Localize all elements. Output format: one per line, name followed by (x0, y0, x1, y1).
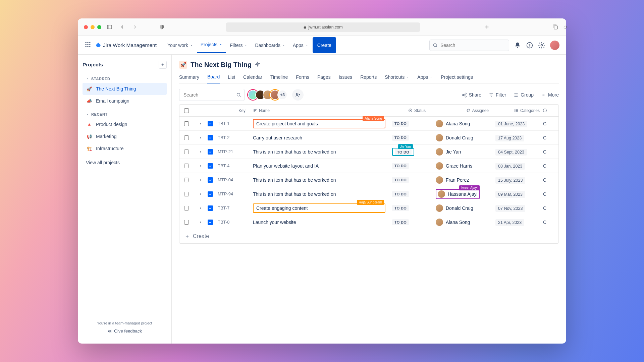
table-row[interactable]: TBT-8 Launch your website TO DO Alana So… (179, 215, 558, 229)
issue-status[interactable]: TO DO (389, 135, 436, 141)
more-button[interactable]: More (541, 92, 559, 98)
table-row[interactable]: TBT-2 Carry out user research TO DO Dona… (179, 131, 558, 145)
nav-your-work[interactable]: Your work (164, 37, 197, 53)
user-avatar[interactable] (550, 41, 559, 50)
sidebar-item-emailcampaign[interactable]: 📣Email campaign (83, 95, 167, 107)
feedback-link[interactable]: Give feedback (83, 328, 167, 334)
col-key[interactable]: Key (218, 108, 253, 113)
traffic-lights[interactable] (84, 25, 101, 29)
table-row[interactable]: TBT-1 Create project brief and goalsAlan… (179, 117, 558, 131)
tabs-icon[interactable] (551, 24, 560, 31)
nav-dashboards[interactable]: Dashboards (252, 37, 289, 53)
settings-icon[interactable] (538, 42, 545, 49)
app-switcher-icon[interactable] (85, 41, 93, 49)
expand-row[interactable] (194, 164, 208, 168)
issue-status[interactable]: TO DO (389, 177, 436, 183)
table-row[interactable]: TBT-7 Create engaging contentRaja Sundar… (179, 201, 558, 215)
tab-issues[interactable]: Issues (339, 71, 352, 83)
issue-assignee[interactable]: Alana Song (436, 219, 493, 226)
board-search-input[interactable] (179, 89, 245, 101)
sidebar-item-productdesign[interactable]: 🔺Product design (83, 118, 167, 130)
issue-name[interactable]: Create project brief and goalsAlana Song (253, 119, 389, 128)
sidebar-toggle-icon[interactable] (105, 24, 114, 31)
new-tab-icon[interactable] (482, 24, 491, 31)
col-name[interactable]: Name (253, 108, 389, 113)
notifications-icon[interactable] (514, 42, 521, 49)
expand-row[interactable] (194, 206, 208, 210)
presence-avatars[interactable]: +3 (248, 90, 287, 100)
address-bar[interactable]: jwm.atlassian.com (226, 22, 420, 32)
expand-row[interactable] (194, 221, 208, 224)
select-all-checkbox[interactable] (184, 108, 189, 113)
table-row[interactable]: TBT-4 Plan your website layout and IA TO… (179, 159, 558, 173)
reload-icon[interactable] (564, 25, 566, 29)
recent-section[interactable]: RECENT (86, 112, 167, 116)
tab-project-settings[interactable]: Project settings (441, 71, 473, 83)
tab-calendar[interactable]: Calendar (243, 71, 262, 83)
expand-row[interactable] (194, 150, 208, 154)
tab-apps[interactable]: Apps (417, 71, 433, 83)
add-people-button[interactable] (292, 89, 304, 101)
issue-assignee[interactable]: Hassana AjayiIvana Ajayi (436, 189, 493, 199)
tab-pages[interactable]: Pages (317, 71, 331, 83)
tab-list[interactable]: List (228, 71, 235, 83)
table-row[interactable]: MTP-04 This is an item that has to be wo… (179, 173, 558, 187)
row-checkbox[interactable] (184, 121, 189, 126)
issue-key[interactable]: TBT-8 (218, 220, 253, 225)
issue-name[interactable]: Carry out user research (253, 135, 389, 140)
issue-assignee[interactable]: Jie Yan (436, 148, 493, 156)
privacy-shield-icon[interactable] (157, 24, 166, 31)
starred-section[interactable]: STARRED (86, 77, 167, 81)
jira-logo[interactable]: Jira Work Management (95, 42, 157, 48)
issue-key[interactable]: MTP-04 (218, 177, 253, 182)
tab-summary[interactable]: Summary (179, 71, 199, 83)
issue-status[interactable]: TO DO (389, 121, 436, 127)
automation-icon[interactable] (255, 61, 260, 68)
tab-reports[interactable]: Reports (360, 71, 377, 83)
table-row[interactable]: MTP-21 This is an item that has to be wo… (179, 145, 558, 159)
issue-name[interactable]: Plan your website layout and IA (253, 163, 389, 169)
board-search[interactable] (179, 89, 245, 101)
search-input[interactable] (429, 40, 509, 51)
col-assignee[interactable]: Assignee (436, 108, 493, 113)
issue-assignee[interactable]: Donald Craig (436, 134, 493, 141)
tab-board[interactable]: Board (207, 71, 220, 83)
expand-row[interactable] (194, 192, 208, 196)
row-checkbox[interactable] (184, 206, 189, 210)
share-button[interactable]: Share (462, 92, 481, 98)
create-button[interactable]: Create (313, 37, 336, 53)
create-issue-row[interactable]: Create (179, 229, 558, 243)
global-search[interactable] (429, 40, 509, 51)
group-button[interactable]: Group (514, 92, 534, 98)
expand-row[interactable] (194, 122, 208, 125)
issue-key[interactable]: MTP-21 (218, 149, 253, 154)
nav-filters[interactable]: Filters (226, 37, 251, 53)
issue-status[interactable]: TO DO (389, 219, 436, 225)
issue-status[interactable]: TO DOJie Yan (389, 148, 436, 156)
tab-timeline[interactable]: Timeline (270, 71, 288, 83)
table-row[interactable]: MTP-94 This is an item that has to be wo… (179, 187, 558, 201)
row-checkbox[interactable] (184, 178, 189, 182)
row-checkbox[interactable] (184, 220, 189, 225)
row-checkbox[interactable] (184, 192, 189, 196)
filter-button[interactable]: Filter (489, 92, 506, 98)
sidebar-item-nextbigthing[interactable]: 🚀The Next Big Thing (83, 83, 167, 95)
expand-row[interactable] (194, 136, 208, 139)
issue-assignee[interactable]: Donald Craig (436, 204, 493, 212)
issue-status[interactable]: TO DO (389, 163, 436, 169)
row-checkbox[interactable] (184, 149, 189, 154)
col-status[interactable]: Status (389, 108, 436, 113)
row-checkbox[interactable] (184, 135, 189, 140)
back-icon[interactable] (117, 24, 127, 31)
view-all-projects-link[interactable]: View all projects (83, 157, 167, 169)
issue-key[interactable]: TBT-4 (218, 163, 253, 168)
sidebar-item-marketing[interactable]: 📢Marketing (83, 130, 167, 142)
issue-status[interactable]: TO DO (389, 205, 436, 211)
issue-name[interactable]: This is an item that has to be worked on (253, 191, 389, 197)
nav-apps[interactable]: Apps (289, 37, 312, 53)
nav-projects[interactable]: Projects (197, 37, 226, 53)
avatar-more[interactable]: +3 (277, 90, 287, 100)
issue-name[interactable]: This is an item that has to be worked on (253, 177, 389, 183)
issue-key[interactable]: MTP-94 (218, 191, 253, 196)
col-categories[interactable]: Categories (493, 108, 540, 113)
